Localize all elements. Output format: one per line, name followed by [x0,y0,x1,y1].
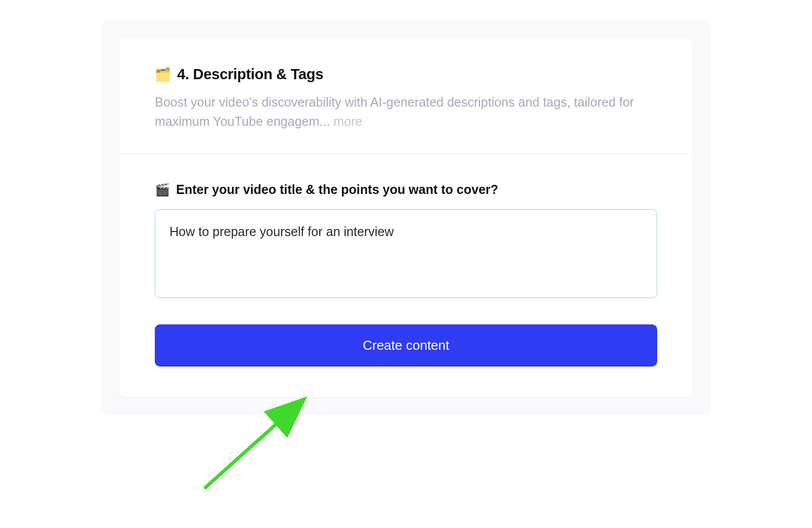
page-container: 🗂️ 4. Description & Tags Boost your vide… [101,20,710,415]
input-label: Enter your video title & the points you … [176,182,498,197]
more-link[interactable]: more [333,114,362,128]
clapper-icon: 🎬 [155,184,170,196]
create-content-button[interactable]: Create content [155,324,657,367]
description-text: Boost your video's discoverability with … [155,95,634,128]
svg-line-1 [206,401,302,487]
annotation-arrow-icon [195,386,327,498]
video-title-input[interactable] [155,209,657,298]
input-label-row: 🎬 Enter your video title & the points yo… [155,182,657,197]
section-description: Boost your video's discoverability with … [155,93,657,131]
description-tags-icon: 🗂️ [155,68,171,81]
section-title: 4. Description & Tags [177,66,323,83]
card-body: 🎬 Enter your video title & the points yo… [119,154,693,397]
description-tags-card: 🗂️ 4. Description & Tags Boost your vide… [119,38,693,397]
title-row: 🗂️ 4. Description & Tags [155,66,657,83]
card-header: 🗂️ 4. Description & Tags Boost your vide… [119,38,693,154]
